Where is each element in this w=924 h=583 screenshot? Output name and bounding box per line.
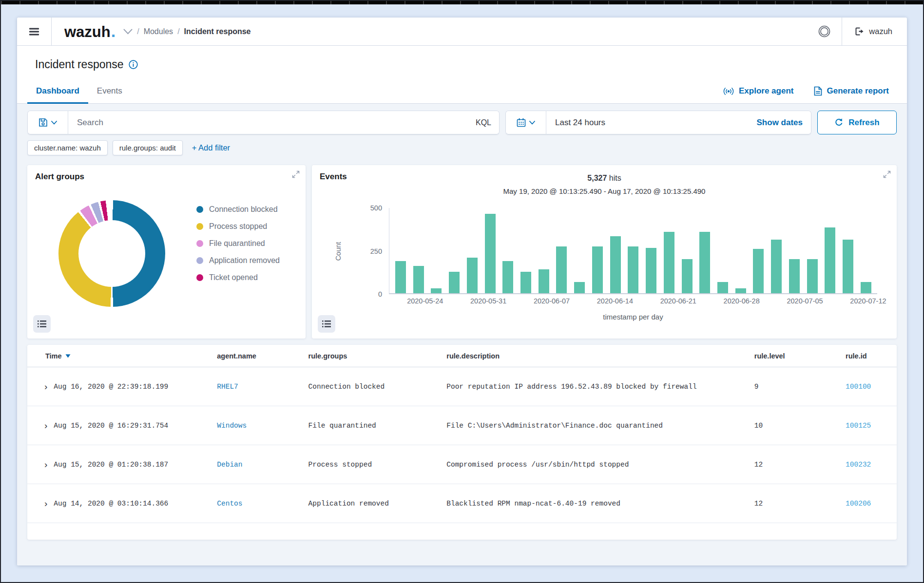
histogram-bar[interactable] — [646, 248, 656, 293]
histogram-bar[interactable] — [413, 266, 424, 293]
filter-pill[interactable]: rule.groups: audit — [113, 140, 183, 155]
column-header-rule-level[interactable]: rule.level — [745, 345, 836, 367]
histogram-bar[interactable] — [843, 240, 853, 293]
expand-row-chevron[interactable]: › — [44, 499, 47, 508]
histogram-bar[interactable] — [539, 269, 549, 293]
histogram-bar[interactable] — [628, 246, 638, 293]
histogram-bar[interactable] — [807, 259, 818, 293]
agent-link[interactable]: Windows — [217, 422, 247, 430]
column-header-rule-description[interactable]: rule.description — [437, 345, 745, 367]
legend-item[interactable]: Process stopped — [196, 222, 280, 231]
histogram-bar[interactable] — [699, 232, 710, 293]
logout-user-button[interactable]: wazuh — [842, 27, 907, 36]
expand-row-chevron[interactable]: › — [44, 382, 47, 391]
report-document-icon — [814, 86, 822, 96]
agent-link[interactable]: Debian — [217, 461, 242, 469]
histogram-bar[interactable] — [485, 214, 496, 293]
donut-chart[interactable] — [58, 200, 165, 307]
legend-item[interactable]: Ticket opened — [196, 273, 280, 282]
legend-item[interactable]: Application removed — [196, 256, 280, 265]
cell-time: ›Aug 15, 2020 @ 16:29:31.754 — [27, 406, 207, 445]
info-icon[interactable] — [129, 60, 138, 69]
saved-queries-menu-button[interactable] — [27, 111, 68, 134]
cell-rule-level: 10 — [745, 406, 836, 445]
screenshot-frame: wazuh. / Modules / Incident response — [0, 0, 924, 583]
cell-time: ›Aug 15, 2020 @ 01:20:38.187 — [27, 445, 207, 484]
add-filter-button[interactable]: + Add filter — [192, 143, 230, 152]
hits-date-range: May 19, 2020 @ 10:13:25.490 - Aug 17, 20… — [320, 187, 889, 195]
histogram-bar[interactable] — [395, 261, 406, 294]
tab-dashboard[interactable]: Dashboard — [27, 83, 88, 103]
tab-actions: Explore agent Generate report — [715, 86, 897, 103]
histogram-bar[interactable] — [753, 249, 764, 293]
histogram-bar[interactable] — [556, 246, 567, 293]
x-axis-tick: 2020-05-31 — [470, 297, 506, 305]
tab-events[interactable]: Events — [88, 83, 131, 103]
legend-color-dot — [196, 206, 203, 213]
column-header-agent-name[interactable]: agent.name — [207, 345, 298, 367]
show-dates-button[interactable]: Show dates — [757, 118, 811, 128]
legend-color-dot — [196, 240, 203, 247]
histogram-bar[interactable] — [735, 288, 746, 294]
histogram-bar[interactable] — [771, 240, 782, 293]
health-ring-button[interactable] — [807, 18, 842, 45]
histogram-bar[interactable] — [520, 272, 531, 293]
histogram-bar[interactable] — [717, 282, 728, 293]
wazuh-logo[interactable]: wazuh. — [52, 22, 123, 41]
histogram-bar[interactable] — [592, 246, 603, 293]
expand-row-chevron[interactable]: › — [44, 460, 47, 469]
kql-toggle[interactable]: KQL — [476, 118, 500, 127]
agent-link[interactable]: RHEL7 — [217, 383, 238, 391]
histogram-bar[interactable] — [449, 272, 460, 293]
histogram-bar[interactable] — [467, 258, 478, 294]
explore-agent-button[interactable]: Explore agent — [723, 86, 793, 96]
histogram-bar[interactable] — [682, 259, 693, 293]
legend-toggle-button[interactable] — [318, 315, 335, 333]
sort-desc-icon — [65, 354, 71, 358]
date-quick-menu-button[interactable] — [505, 111, 546, 134]
histogram-bar[interactable] — [431, 288, 442, 294]
rule-id-link[interactable]: 100232 — [846, 461, 871, 469]
refresh-icon — [834, 118, 844, 127]
date-picker[interactable]: Last 24 hours Show dates — [505, 111, 811, 134]
histogram-bar[interactable] — [502, 261, 513, 294]
histogram-bar[interactable] — [789, 259, 800, 293]
cell-agent-name: RHEL7 — [207, 367, 298, 406]
refresh-button[interactable]: Refresh — [817, 111, 897, 134]
expand-panel-button[interactable] — [292, 170, 300, 180]
column-header-rule-groups[interactable]: rule.groups — [299, 345, 437, 367]
expand-row-chevron[interactable]: › — [44, 421, 47, 430]
refresh-label: Refresh — [848, 118, 879, 128]
column-header-rule-id[interactable]: rule.id — [836, 345, 897, 367]
histogram-bar[interactable] — [664, 232, 674, 293]
histogram-plot[interactable] — [389, 208, 877, 294]
search-input[interactable]: Search — [68, 118, 476, 128]
time-range-value[interactable]: Last 24 hours — [546, 118, 757, 128]
rule-id-link[interactable]: 100100 — [846, 383, 871, 391]
chevron-down-icon[interactable] — [123, 29, 133, 35]
table-row: ›Aug 15, 2020 @ 16:29:31.754WindowsFile … — [27, 406, 897, 445]
expand-panel-button[interactable] — [883, 170, 891, 180]
histogram-bar[interactable] — [574, 282, 585, 293]
y-axis-tick: 0 — [378, 290, 382, 298]
expand-icon — [883, 170, 891, 178]
rule-id-link[interactable]: 100125 — [846, 422, 871, 430]
breadcrumb-modules[interactable]: Modules — [144, 27, 173, 36]
histogram-bar[interactable] — [825, 227, 835, 293]
legend-toggle-button[interactable] — [33, 315, 51, 333]
events-table: Time agent.name rule.groups rule.descrip… — [27, 345, 897, 523]
generate-report-button[interactable]: Generate report — [814, 86, 889, 96]
top-navbar: wazuh. / Modules / Incident response — [17, 18, 907, 46]
histogram-bar[interactable] — [861, 282, 871, 293]
search-box[interactable]: Search KQL — [27, 111, 500, 134]
agent-link[interactable]: Centos — [217, 500, 242, 508]
column-header-time[interactable]: Time — [27, 345, 207, 367]
hamburger-menu-button[interactable] — [17, 18, 51, 45]
histogram-bar[interactable] — [610, 236, 621, 293]
events-table-card: Time agent.name rule.groups rule.descrip… — [27, 345, 897, 540]
legend-item[interactable]: File quarantined — [196, 239, 280, 248]
legend-item[interactable]: Connection blocked — [196, 205, 280, 214]
filter-pill[interactable]: cluster.name: wazuh — [27, 140, 108, 155]
query-bar: Search KQL — [27, 111, 897, 134]
rule-id-link[interactable]: 100206 — [846, 500, 871, 508]
